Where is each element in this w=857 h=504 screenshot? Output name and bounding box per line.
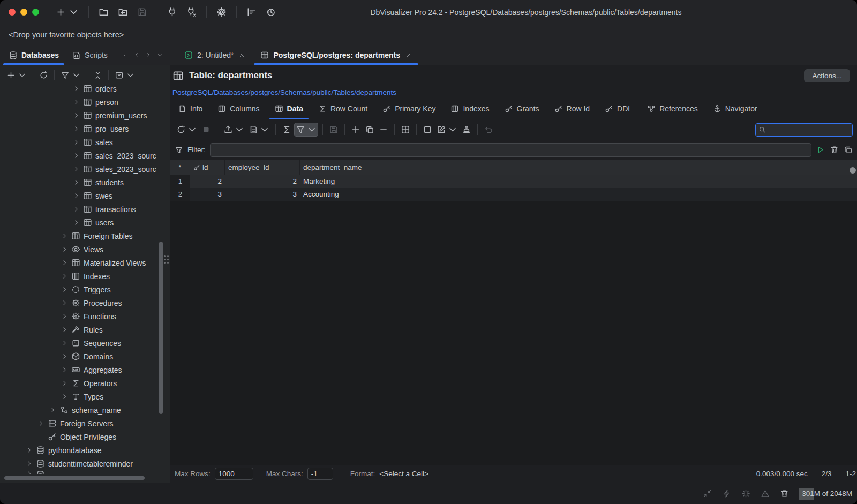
stop-button[interactable] (200, 123, 213, 137)
row-number[interactable]: 1 (170, 175, 190, 188)
grid-vertical-scrollbar[interactable] (850, 167, 856, 174)
file-button[interactable] (247, 123, 271, 137)
tree-item-domains[interactable]: Domains (0, 350, 170, 363)
filter-copy-button[interactable] (844, 145, 853, 154)
chevron-right-icon[interactable] (61, 299, 68, 306)
tree-item-sales-2023-sourc[interactable]: sales_2023_sourc (0, 162, 170, 176)
sigma-button[interactable] (280, 123, 293, 137)
sidebar-splitter-handle[interactable] (164, 255, 169, 264)
folder-import-button[interactable] (115, 5, 131, 19)
chevron-right-icon[interactable] (61, 366, 68, 373)
filter-button[interactable] (294, 123, 318, 137)
plus-button[interactable] (53, 5, 81, 19)
tree-item-object-privileges[interactable]: Object Privileges (0, 430, 170, 443)
tree-item-premium-users[interactable]: premium_users (0, 109, 170, 122)
tree-item-partial[interactable] (0, 470, 170, 474)
editor-tab-postgresql-postgres-departments[interactable]: PostgreSQL/postgres: departments (253, 46, 419, 65)
grid-header-id[interactable]: id (190, 160, 225, 175)
cell-employee-id[interactable]: 3 (225, 188, 300, 201)
statusbar-trash-button[interactable] (780, 489, 789, 498)
grid-header-employee-id[interactable]: employee_id (225, 160, 300, 175)
tree-item-foreign-servers[interactable]: Foreign Servers (0, 417, 170, 430)
save-button[interactable] (134, 5, 150, 19)
tree-item-pythondatabase[interactable]: pythondatabase (0, 443, 170, 457)
plug-button[interactable] (164, 5, 180, 19)
statusbar-warning-button[interactable] (761, 489, 770, 498)
undo-button[interactable] (482, 123, 495, 137)
minus-button[interactable] (377, 123, 390, 137)
chevron-right-icon[interactable] (61, 393, 68, 400)
chevron-right-icon[interactable] (73, 99, 80, 106)
chevron-right-icon[interactable] (73, 166, 80, 172)
statusbar-lightning-button[interactable] (722, 489, 731, 498)
tree-item-swes[interactable]: swes (0, 189, 170, 202)
breadcrumb[interactable]: PostgreSQL/Databases/postgres/Schemas/pu… (172, 88, 396, 96)
tree-item-rules[interactable]: Rules (0, 323, 170, 336)
stamp-button[interactable] (460, 123, 473, 137)
chevron-right-icon[interactable] (61, 340, 68, 347)
cell-department-name[interactable]: Accounting (300, 188, 397, 201)
tab-columns[interactable]: Columns (211, 99, 266, 119)
chevron-right-icon[interactable] (73, 112, 80, 119)
tree-item-foreign-tables[interactable]: Foreign Tables (0, 229, 170, 243)
filter-trash-button[interactable] (830, 145, 839, 154)
chevron-left-icon[interactable] (133, 52, 140, 58)
zoom-window-button[interactable] (32, 9, 39, 16)
minimize-window-button[interactable] (20, 9, 27, 16)
tree-item-users[interactable]: users (0, 216, 170, 229)
chevron-right-icon[interactable] (145, 52, 152, 58)
chevron-right-icon[interactable] (61, 232, 68, 239)
tree-item-materialized-views[interactable]: Materialized Views (0, 256, 170, 269)
memory-indicator[interactable]: 301M of 2048M (799, 488, 855, 500)
tab-ddl[interactable]: DDL (598, 99, 638, 119)
tree-vertical-scrollbar[interactable] (159, 242, 163, 414)
max-chars-input[interactable] (307, 468, 333, 480)
tree-item-transactions[interactable]: transactions (0, 202, 170, 216)
tree-horizontal-scrollbar[interactable] (4, 476, 145, 480)
grid-button[interactable] (399, 123, 412, 137)
chevron-right-icon[interactable] (61, 313, 68, 320)
tree-item-sales-2023-sourc[interactable]: sales_2023_sourc (0, 149, 170, 162)
copy-button[interactable] (363, 123, 376, 137)
tree-item-sales[interactable]: sales (0, 136, 170, 149)
tab-data[interactable]: Data (268, 99, 310, 119)
chevron-down-icon[interactable] (157, 52, 163, 58)
chevron-right-icon[interactable] (61, 326, 68, 333)
grid-header-department-name[interactable]: department_name (300, 160, 397, 175)
favorites-bar[interactable]: <Drop your favorite objects here> (0, 24, 857, 46)
filter-input[interactable] (210, 143, 811, 157)
cell-id[interactable]: 3 (190, 188, 225, 201)
chevron-right-icon[interactable] (73, 179, 80, 186)
chevron-right-icon[interactable] (26, 447, 33, 454)
panel-button[interactable] (112, 69, 137, 82)
cell-department-name[interactable]: Marketing (300, 175, 397, 188)
tab-indexes[interactable]: Indexes (444, 99, 495, 119)
chevron-right-icon[interactable] (61, 273, 68, 280)
chevron-right-icon[interactable] (61, 353, 68, 360)
close-icon[interactable] (405, 52, 412, 58)
chevron-right-icon[interactable] (37, 420, 44, 427)
tree-item-orders[interactable]: orders (0, 85, 170, 95)
chevron-right-icon[interactable] (61, 259, 68, 266)
row-number[interactable]: 2 (170, 188, 190, 201)
plug-setup-button[interactable] (184, 5, 199, 19)
tab-info[interactable]: Info (171, 99, 209, 119)
tree-item-studenttimetablereminder[interactable]: studenttimetablereminder (0, 457, 170, 470)
statusbar-spinner-button[interactable] (741, 489, 750, 498)
tree-item-students[interactable]: students (0, 176, 170, 189)
chevron-right-icon[interactable] (26, 460, 33, 467)
plus-button[interactable] (4, 69, 29, 82)
tree-item-aggregates[interactable]: Aggregates (0, 363, 170, 377)
tab-row-count[interactable]: Row Count (312, 99, 374, 119)
chevron-right-icon[interactable] (73, 85, 80, 92)
filter-button[interactable] (58, 69, 83, 82)
chevron-right-icon[interactable] (73, 219, 80, 226)
chevron-right-icon[interactable] (73, 206, 80, 213)
cell-employee-id[interactable]: 2 (225, 175, 300, 188)
dot-icon[interactable] (122, 52, 128, 58)
collapse-button[interactable] (91, 69, 104, 82)
tree-item-procedures[interactable]: Procedures (0, 296, 170, 310)
save-button[interactable] (327, 123, 340, 137)
chevron-right-icon[interactable] (61, 246, 68, 253)
plus-button[interactable] (349, 123, 362, 137)
